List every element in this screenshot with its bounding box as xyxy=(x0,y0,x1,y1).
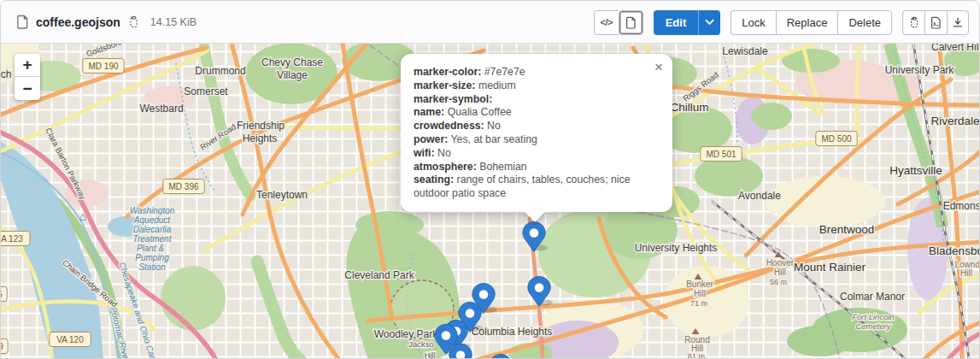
copy-icon[interactable] xyxy=(902,10,924,35)
map-label: Jackso xyxy=(408,339,434,349)
file-icon xyxy=(16,15,29,29)
marker-pin-hole xyxy=(530,228,539,238)
raw-file-icon[interactable] xyxy=(924,10,947,35)
popup-field: power: Yes, at bar seating xyxy=(414,133,660,147)
map-label: Pumping xyxy=(135,253,169,262)
map-label: Station xyxy=(138,262,166,272)
map-label: Woodley Park xyxy=(374,328,438,340)
map-label: ch xyxy=(1,68,11,80)
zoom-out-button[interactable]: − xyxy=(15,77,40,100)
map-label: Hoover xyxy=(766,258,795,268)
map-label: Calvert Hills xyxy=(931,44,980,53)
map-label: Bunker xyxy=(686,280,713,289)
map-label: Drummond xyxy=(195,65,245,77)
route-shield-label: VA 120 xyxy=(56,335,84,344)
map-label: Columbia Heights xyxy=(472,326,553,338)
popup-field: marker-color: #7e7e7e xyxy=(414,66,660,79)
route-shield-label: MD 190 xyxy=(88,62,118,71)
map-label: Heights xyxy=(243,132,278,144)
map-label: Dalecarlia xyxy=(133,225,172,234)
file-size: 14.15 KiB xyxy=(150,16,197,28)
map-label: Mount Rainier xyxy=(794,261,866,274)
map-label: Hill xyxy=(694,289,706,298)
chevron-down-icon[interactable] xyxy=(698,10,720,35)
poi-icons: ⌂ xyxy=(79,209,86,223)
map-label: 61 m xyxy=(688,352,705,359)
popup-field: seating: range of chairs, tables, couche… xyxy=(414,174,660,201)
action-button-lock[interactable]: Lock xyxy=(731,10,775,35)
map-label: Edmonston xyxy=(943,200,980,212)
marker-pin-hole xyxy=(535,283,544,292)
map-label: Aqueduct xyxy=(133,215,171,225)
view-toggle-group: </> xyxy=(594,10,643,35)
map-label: Friendship xyxy=(237,120,285,132)
marker-pin-hole xyxy=(442,331,451,340)
map-label: University Park xyxy=(885,64,955,76)
popup-field: marker-size: medium xyxy=(414,79,660,93)
popup-field: atmosphere: Bohemian xyxy=(414,161,660,174)
landmark-icon: ⌂ xyxy=(79,209,86,223)
map-label: Fort Lincoln xyxy=(852,312,895,321)
download-icon[interactable] xyxy=(947,10,969,35)
feature-popup: marker-color: #7e7e7emarker-size: medium… xyxy=(401,54,672,212)
zoom-in-button[interactable]: + xyxy=(15,54,40,77)
map-label: Lewisdale xyxy=(722,45,768,57)
map-label: Hyattsville xyxy=(889,164,942,177)
map-label: Plant & xyxy=(137,244,165,253)
popup-field: marker-symbol: xyxy=(414,93,660,107)
map-label: Colmar Manor xyxy=(840,291,905,303)
marker-pin-hole xyxy=(479,290,489,299)
map-label: 56 m xyxy=(770,278,787,286)
map-label: Chillum xyxy=(670,101,708,114)
copy-clipboard-icon[interactable] xyxy=(127,15,140,29)
map-label: Somerset xyxy=(184,85,228,97)
file-header: coffee.geojson 14.15 KiB </> Edit LockRe… xyxy=(1,1,979,44)
file-name: coffee.geojson xyxy=(36,15,120,29)
route-shield-label: 9 xyxy=(1,342,3,351)
route-shield-label: MD 500 xyxy=(821,134,851,144)
code-view-icon[interactable]: </> xyxy=(594,10,619,35)
map-label: Treatment xyxy=(133,234,173,244)
map-label: Hill xyxy=(424,350,435,359)
route-shield-label: A 123 xyxy=(1,234,23,244)
marker-pin-hole xyxy=(466,309,475,318)
popup-field: name: Qualia Coffee xyxy=(414,106,660,120)
close-icon[interactable]: × xyxy=(654,60,663,74)
map-label: Avondale xyxy=(738,190,781,202)
map-label: 71 m xyxy=(690,299,707,308)
map-label: Hill xyxy=(960,268,972,278)
snippet-viewer: coffee.geojson 14.15 KiB </> Edit LockRe… xyxy=(0,0,980,359)
map-label: Westbard xyxy=(139,103,183,115)
map-label: Washington xyxy=(130,206,175,215)
map-label: University Heights xyxy=(635,242,718,254)
popup-field: wifi: No xyxy=(414,147,660,161)
rendered-view-icon[interactable] xyxy=(619,10,643,35)
action-button-group: LockReplaceDelete xyxy=(731,10,892,35)
map-label: Hill xyxy=(774,268,786,277)
route-shield-label: MD 396 xyxy=(168,182,198,191)
map-label: Village xyxy=(277,69,308,81)
edit-split-button: Edit xyxy=(654,10,721,35)
map-label: Cemetery xyxy=(855,321,891,331)
map-label: Chevy Chase xyxy=(261,56,323,68)
map-label: Cleveland Park xyxy=(344,269,414,281)
route-shield-label: MD 501 xyxy=(706,150,736,159)
map-label: Brentwood xyxy=(819,223,875,236)
map-label: Tenleytown xyxy=(256,189,308,201)
zoom-control: + − xyxy=(15,54,40,100)
map-label: Bladensburg xyxy=(929,244,980,257)
action-button-replace[interactable]: Replace xyxy=(776,10,838,35)
file-tools-group xyxy=(902,10,969,35)
edit-button[interactable]: Edit xyxy=(654,10,699,35)
action-button-delete[interactable]: Delete xyxy=(837,10,892,35)
popup-fields: marker-color: #7e7e7emarker-size: medium… xyxy=(414,66,660,201)
map-label: Riverdale xyxy=(930,115,979,127)
popup-field: crowdedness: No xyxy=(414,120,660,133)
